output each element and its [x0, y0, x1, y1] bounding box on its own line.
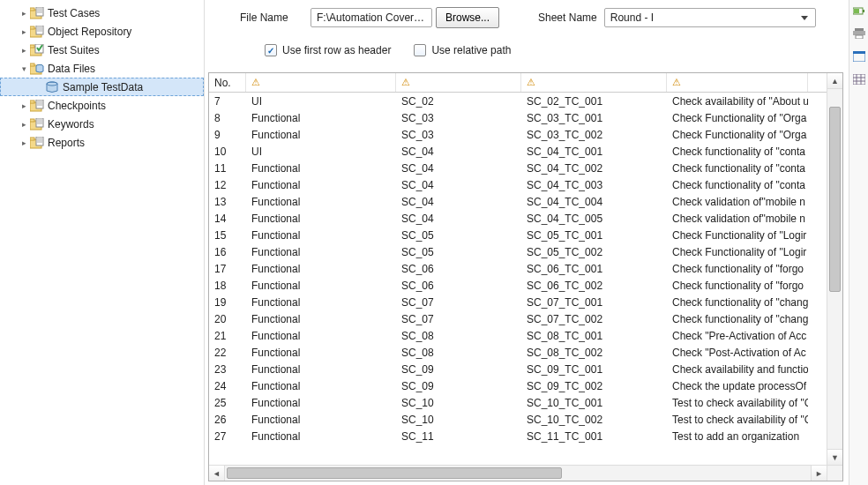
expander-icon[interactable]: ▸ [18, 44, 30, 56]
cell-type: Functional [246, 246, 396, 258]
cell-no: 10 [209, 146, 246, 158]
svg-rect-43 [856, 35, 863, 39]
use-first-row-checkbox[interactable]: Use first row as header [265, 44, 391, 56]
table-row[interactable]: 13FunctionalSC_04SC_04_TC_004Check valid… [209, 193, 827, 210]
scroll-up-icon[interactable]: ▲ [827, 73, 842, 89]
expander-icon[interactable] [33, 81, 45, 93]
table-row[interactable]: 20FunctionalSC_07SC_07_TC_002Check funct… [209, 310, 827, 327]
table-row[interactable]: 27FunctionalSC_11SC_11_TC_001Test to add… [209, 428, 827, 444]
scroll-right-icon[interactable]: ► [811, 466, 827, 481]
cell-description: Check functionality of "chang [667, 296, 808, 309]
table-row[interactable]: 15FunctionalSC_05SC_05_TC_001Check Funct… [209, 227, 827, 243]
col-header-2[interactable]: ⚠ [396, 73, 521, 92]
table-row[interactable]: 25FunctionalSC_10SC_10_TC_001Test to che… [209, 394, 827, 411]
tree-item-label: Test Suites [48, 44, 100, 56]
browse-button[interactable]: Browse... [436, 7, 499, 28]
expander-icon[interactable]: ▸ [18, 137, 30, 149]
expander-icon[interactable]: ▸ [18, 118, 30, 131]
expander-icon[interactable]: ▾ [18, 63, 30, 75]
scroll-down-icon[interactable]: ▼ [827, 449, 842, 465]
tree-item-checkpoints[interactable]: ▸Checkpoints [0, 96, 204, 115]
cell-no: 16 [209, 246, 246, 258]
use-relative-path-checkbox[interactable]: Use relative path [414, 44, 511, 56]
table-row[interactable]: 21FunctionalSC_08SC_08_TC_001Check "Pre-… [209, 327, 827, 344]
window-icon[interactable] [852, 49, 866, 63]
cell-scenario: SC_03 [396, 129, 521, 141]
datafile-icon [45, 80, 59, 94]
battery-icon[interactable] [852, 4, 866, 18]
folder-icon [30, 117, 44, 131]
svg-rect-46 [853, 74, 865, 85]
tree-item-object-repository[interactable]: ▸Object Repository [0, 22, 204, 41]
tree-item-reports[interactable]: ▸Reports [0, 133, 204, 152]
cell-scenario: SC_10 [396, 397, 521, 409]
table-row[interactable]: 26FunctionalSC_10SC_10_TC_002Test to che… [209, 411, 827, 428]
table-row[interactable]: 11FunctionalSC_04SC_04_TC_002Check funct… [209, 160, 827, 176]
table-row[interactable]: 10UISC_04SC_04_TC_001Check functionality… [209, 143, 827, 160]
cell-testcase: SC_11_TC_001 [521, 430, 667, 443]
tree-item-sample-testdata[interactable]: Sample TestData [0, 78, 204, 96]
cell-testcase: SC_06_TC_001 [521, 263, 667, 275]
printer-icon[interactable] [852, 26, 866, 41]
expander-icon[interactable]: ▸ [18, 26, 30, 38]
cell-type: Functional [246, 213, 396, 225]
cell-scenario: SC_04 [396, 196, 521, 208]
file-name-input[interactable]: F:\Automation Coverage.x [311, 8, 432, 27]
warning-icon: ⚠ [401, 77, 410, 88]
table-row[interactable]: 16FunctionalSC_05SC_05_TC_002Check Funct… [209, 243, 827, 260]
cell-scenario: SC_07 [396, 296, 521, 309]
table-row[interactable]: 22FunctionalSC_08SC_08_TC_002Check "Post… [209, 344, 827, 361]
cell-no: 19 [209, 296, 246, 309]
cell-type: Functional [246, 397, 396, 409]
table-row[interactable]: 18FunctionalSC_06SC_06_TC_002Check funct… [209, 277, 827, 294]
table-row[interactable]: 23FunctionalSC_09SC_09_TC_001Check avail… [209, 361, 827, 377]
col-header-1[interactable]: ⚠ [246, 73, 396, 92]
col-header-3[interactable]: ⚠ [521, 73, 667, 92]
sheet-name-select[interactable]: Round - I [604, 8, 816, 27]
checkbox-icon [265, 44, 277, 56]
horizontal-scrollbar[interactable]: ◄ ► [209, 465, 827, 481]
vertical-scroll-thumb[interactable] [829, 107, 841, 292]
table-row[interactable]: 7UISC_02SC_02_TC_001Check availability o… [209, 93, 827, 109]
cell-scenario: SC_09 [396, 380, 521, 392]
table-row[interactable]: 9FunctionalSC_03SC_03_TC_002Check Functi… [209, 126, 827, 143]
expander-icon[interactable]: ▸ [18, 100, 30, 112]
cell-testcase: SC_07_TC_002 [521, 313, 667, 325]
col-header-no[interactable]: No. [209, 73, 246, 92]
tree-item-data-files[interactable]: ▾Data Files [0, 59, 204, 78]
col-header-4[interactable]: ⚠ [667, 73, 808, 92]
tree-item-test-suites[interactable]: ▸Test Suites [0, 41, 204, 59]
cell-type: Functional [246, 112, 396, 124]
tree-item-test-cases[interactable]: ▸Test Cases [0, 4, 204, 22]
folder-icon [30, 99, 44, 113]
tree-item-keywords[interactable]: ▸Keywords [0, 115, 204, 133]
table-row[interactable]: 12FunctionalSC_04SC_04_TC_003Check funct… [209, 176, 827, 193]
horizontal-scroll-thumb[interactable] [227, 467, 562, 479]
cell-testcase: SC_10_TC_002 [521, 414, 667, 426]
sheet-name-label: Sheet Name [538, 11, 597, 24]
table-row[interactable]: 19FunctionalSC_07SC_07_TC_001Check funct… [209, 294, 827, 310]
cell-no: 21 [209, 330, 246, 342]
cell-scenario: SC_06 [396, 263, 521, 275]
cell-testcase: SC_04_TC_003 [521, 179, 667, 191]
project-tree[interactable]: ▸Test Cases▸Object Repository▸Test Suite… [0, 0, 205, 485]
scroll-left-icon[interactable]: ◄ [209, 466, 225, 481]
cell-type: Functional [246, 330, 396, 342]
cell-description: Check "Post-Activation of Ac [667, 347, 808, 359]
svg-rect-42 [853, 31, 865, 35]
vertical-scrollbar[interactable]: ▲ ▼ [827, 73, 842, 481]
cell-scenario: SC_08 [396, 347, 521, 359]
cell-testcase: SC_08_TC_002 [521, 347, 667, 359]
cell-description: Check functionality of "forgo [667, 263, 808, 275]
expander-icon[interactable]: ▸ [18, 7, 30, 19]
cell-description: Check Functionality of "Logir [667, 246, 808, 258]
data-file-toolbar: File Name F:\Automation Coverage.x Brows… [205, 0, 847, 72]
table-row[interactable]: 17FunctionalSC_06SC_06_TC_001Check funct… [209, 260, 827, 277]
table-row[interactable]: 14FunctionalSC_04SC_04_TC_005Check valid… [209, 210, 827, 227]
cell-no: 11 [209, 162, 246, 175]
cell-testcase: SC_02_TC_001 [521, 95, 667, 108]
folder-icon [30, 136, 44, 150]
table-icon[interactable] [852, 72, 866, 86]
table-row[interactable]: 8FunctionalSC_03SC_03_TC_001Check Functi… [209, 109, 827, 126]
table-row[interactable]: 24FunctionalSC_09SC_09_TC_002Check the u… [209, 377, 827, 394]
